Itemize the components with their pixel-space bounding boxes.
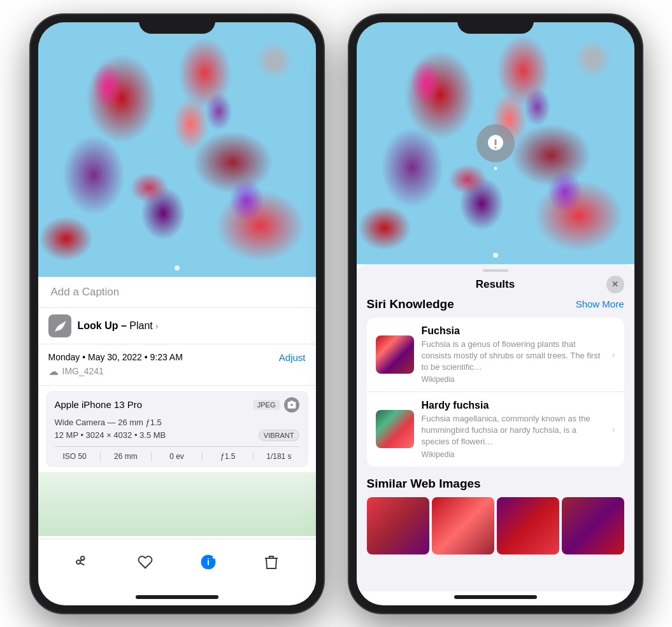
camera-specs: 12 MP • 3024 × 4032 • 3.5 MB VIBRANT — [55, 430, 299, 441]
knowledge-item-hardy[interactable]: Hardy fuchsia Fuchsia magellanica, commo… — [367, 392, 624, 467]
show-more-button[interactable]: Show More — [576, 299, 624, 309]
svg-text:i: i — [207, 557, 210, 567]
knowledge-card: Fuchsia Fuchsia is a genus of flowering … — [367, 318, 624, 467]
phone1-screen: Add a Caption Look Up – Plant› Monday • … — [38, 22, 316, 605]
hardy-source: Wikipedia — [422, 450, 604, 459]
favorite-button[interactable] — [131, 548, 159, 576]
map-background — [38, 472, 316, 536]
fuchsia-info: Fuchsia Fuchsia is a genus of flowering … — [422, 325, 604, 384]
info-area: Add a Caption Look Up – Plant› Monday • … — [38, 277, 316, 539]
date-row: Monday • May 30, 2022 • 9:23 AM Adjust — [48, 352, 306, 363]
flower-image-1 — [38, 22, 316, 277]
notch-2 — [457, 15, 534, 34]
adjust-button[interactable]: Adjust — [279, 352, 306, 363]
results-close-button[interactable]: ✕ — [606, 276, 624, 293]
lookup-chevron: › — [155, 321, 159, 331]
share-button[interactable] — [68, 548, 96, 576]
exif-iso: ISO 50 — [55, 452, 95, 461]
exif-sep3 — [202, 452, 203, 461]
exif-aperture: ƒ1.5 — [208, 452, 248, 461]
fuchsia-thumbnail — [376, 335, 414, 374]
device-section: Apple iPhone 13 Pro JPEG Wide Camera — 2… — [46, 391, 308, 467]
lookup-icon — [48, 314, 71, 337]
phone-1: Add a Caption Look Up – Plant› Monday • … — [31, 15, 324, 613]
toolbar: i ✦ — [38, 539, 316, 591]
home-indicator-2 — [454, 595, 537, 599]
photo-area-1[interactable] — [38, 22, 316, 277]
vibrant-badge: VIBRANT — [259, 430, 299, 441]
map-area[interactable] — [38, 472, 316, 536]
exif-focal: 26 mm — [106, 452, 146, 461]
meta-section: Monday • May 30, 2022 • 9:23 AM Adjust ☁… — [38, 344, 316, 386]
results-panel: Results ✕ Siri Knowledge Show More Fuchs… — [357, 264, 634, 591]
leaf-icon — [53, 319, 67, 333]
exif-sep4 — [253, 452, 254, 461]
results-content: Siri Knowledge Show More Fuchsia Fuchsia… — [357, 297, 634, 591]
svg-text:✦: ✦ — [211, 555, 216, 561]
photo-area-2[interactable] — [357, 22, 634, 264]
fuchsia-name: Fuchsia — [422, 325, 604, 337]
results-header: Results ✕ — [357, 272, 634, 297]
phone2-screen: Results ✕ Siri Knowledge Show More Fuchs… — [357, 22, 634, 605]
badges: JPEG — [253, 397, 299, 412]
cloud-icon: ☁ — [48, 365, 59, 377]
exif-shutter: 1/181 s — [259, 452, 299, 461]
hardy-name: Hardy fuchsia — [422, 400, 604, 411]
format-badge: JPEG — [253, 400, 280, 410]
exif-ev: 0 ev — [157, 452, 197, 461]
hardy-thumbnail — [376, 410, 414, 448]
similar-section: Similar Web Images — [367, 477, 624, 554]
device-name: Apple iPhone 13 Pro — [55, 399, 143, 410]
siri-knowledge-header: Siri Knowledge Show More — [367, 297, 624, 311]
device-header: Apple iPhone 13 Pro JPEG — [55, 397, 299, 412]
home-indicator-1 — [136, 595, 218, 599]
hardy-info: Hardy fuchsia Fuchsia magellanica, commo… — [422, 400, 604, 459]
filename-text: IMG_4241 — [62, 366, 104, 376]
info-button[interactable]: i ✦ — [194, 548, 222, 576]
vi-dot — [494, 167, 497, 170]
date-text: Monday • May 30, 2022 • 9:23 AM — [48, 352, 183, 362]
similar-img-2[interactable] — [432, 497, 494, 554]
exif-sep1 — [100, 452, 101, 461]
siri-knowledge-title: Siri Knowledge — [367, 297, 454, 311]
lookup-text: Look Up – Plant› — [78, 320, 159, 332]
fuchsia-desc: Fuchsia is a genus of flowering plants t… — [422, 339, 604, 374]
similar-img-4[interactable] — [562, 497, 624, 554]
fuchsia-source: Wikipedia — [422, 375, 604, 384]
delete-button[interactable] — [257, 548, 285, 576]
similar-img-1[interactable] — [367, 497, 429, 554]
camera-row: Wide Camera — 26 mm ƒ1.5 — [55, 418, 299, 427]
phone-2: Results ✕ Siri Knowledge Show More Fuchs… — [349, 15, 642, 613]
hardy-desc: Fuchsia magellanica, commonly known as t… — [422, 413, 604, 448]
caption-field[interactable]: Add a Caption — [38, 277, 316, 308]
hardy-chevron: › — [612, 424, 615, 434]
pagination-dot-1 — [175, 265, 180, 271]
visual-intelligence-button[interactable] — [476, 124, 515, 162]
results-title: Results — [476, 278, 515, 291]
notch-1 — [139, 15, 215, 34]
pagination-dot-2 — [493, 253, 498, 258]
fuchsia-chevron: › — [612, 349, 615, 360]
exif-row: ISO 50 26 mm 0 ev ƒ1.5 1/181 s — [55, 446, 299, 461]
similar-title: Similar Web Images — [367, 477, 624, 491]
lookup-row[interactable]: Look Up – Plant› — [38, 308, 316, 344]
camera-icon-btn — [284, 397, 299, 412]
knowledge-item-fuchsia[interactable]: Fuchsia Fuchsia is a genus of flowering … — [367, 318, 624, 393]
filename-row: ☁ IMG_4241 — [48, 365, 306, 377]
similar-images — [367, 497, 624, 554]
exif-sep2 — [151, 452, 152, 461]
similar-img-3[interactable] — [497, 497, 559, 554]
